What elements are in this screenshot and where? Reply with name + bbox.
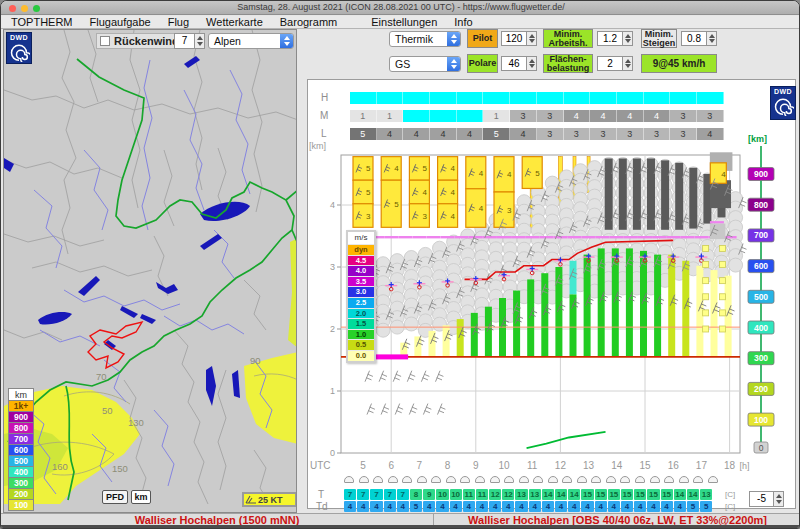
dewpoint-value: 4 <box>608 501 620 512</box>
svg-text:3: 3 <box>422 212 427 221</box>
climb-legend-item: 4.0 <box>348 265 374 276</box>
map-canvas[interactable]: 709050130160150 <box>4 30 296 512</box>
polare-button[interactable]: Polare <box>467 54 498 73</box>
svg-text:400: 400 <box>754 323 768 333</box>
svg-text:4: 4 <box>721 170 726 179</box>
cloud-cover-cell <box>564 92 591 104</box>
select-stepper-icon <box>447 32 460 46</box>
temperature-value: 14 <box>568 489 580 500</box>
menu-item-info[interactable]: Info <box>454 16 472 28</box>
svg-text:200: 200 <box>754 384 768 394</box>
dewpoint-value: 4 <box>555 501 567 512</box>
climb-legend-item: 3.0 <box>348 286 374 297</box>
temperature-value: 15 <box>661 489 673 500</box>
svg-text:4: 4 <box>479 204 484 213</box>
cumulus-icon <box>533 476 543 483</box>
cloud-cover-cell: 4 <box>590 110 617 122</box>
menu-item-barogramm[interactable]: Barogramm <box>280 16 337 28</box>
svg-text:4: 4 <box>451 212 456 221</box>
low-cloud-label: L <box>321 128 327 139</box>
offset-value: -5 <box>749 491 774 507</box>
svg-text:700: 700 <box>754 230 768 240</box>
pilot-speed-spinner[interactable]: 120 <box>501 31 537 46</box>
pfd-button[interactable]: PFD <box>102 490 128 504</box>
cloud-cover-cell: 3 <box>510 110 537 122</box>
gs-select-value: GS <box>390 58 447 70</box>
menu-item-flug[interactable]: Flug <box>168 16 189 28</box>
gs-select[interactable]: GS <box>389 56 461 72</box>
offset-spinner[interactable]: -5 <box>749 491 784 507</box>
cloud-cover-cell <box>350 92 377 104</box>
cloud-cover-cell: 5 <box>350 128 377 140</box>
climb-legend-item: 2.0 <box>348 308 374 319</box>
dewpoint-value: 4 <box>476 501 488 512</box>
temperature-value: 10 <box>450 489 462 500</box>
svg-text:4: 4 <box>394 164 399 173</box>
hours-value: 7 <box>174 33 195 49</box>
dewpoint-value: 4 <box>515 501 527 512</box>
temperature-value: 14 <box>555 489 567 500</box>
svg-text:11: 11 <box>527 460 538 471</box>
map-legend-item: 300 <box>8 478 34 489</box>
polare-spinner[interactable]: 46 <box>501 56 537 71</box>
time-height-plot[interactable]: 4553455434444443543210[km]UTC56789101112… <box>308 140 797 475</box>
menu-item-wetterkarte[interactable]: Wetterkarte <box>206 16 263 28</box>
hours-spinner[interactable]: 7 <box>174 33 205 49</box>
menu-item-einstellungen[interactable]: Einstellungen <box>371 16 437 28</box>
temperature-value: 15 <box>634 489 646 500</box>
svg-text:[km]: [km] <box>309 141 326 151</box>
svg-text:5: 5 <box>394 200 399 209</box>
temperature-value: 10 <box>436 489 448 500</box>
pilot-button[interactable]: Pilot <box>467 29 498 48</box>
svg-text:5: 5 <box>366 164 371 173</box>
svg-text:4: 4 <box>479 169 484 178</box>
cumulus-icon <box>708 476 718 483</box>
svg-text:100: 100 <box>754 415 768 425</box>
cumulus-icon <box>388 476 398 483</box>
mode-select-value: Thermik <box>390 33 447 45</box>
map-legend-item: 700 <box>8 434 34 445</box>
menu-item-toptherm[interactable]: TOPTHERM <box>11 16 73 28</box>
map-legend-item: 900 <box>8 412 34 423</box>
climb-legend-item: 3.5 <box>348 276 374 287</box>
cloud-cover-cell: 1 <box>350 110 377 122</box>
cumulus-icon <box>490 476 500 483</box>
svg-text:[h]: [h] <box>740 461 750 471</box>
dwd-logo-text: DWD <box>7 33 31 42</box>
map-legend-item: 800 <box>8 423 34 434</box>
dewpoint-value: 4 <box>581 501 593 512</box>
km-button[interactable]: km <box>131 490 151 504</box>
map-legend-item: 500 <box>8 456 34 467</box>
region-select-value: Alpen <box>209 35 280 47</box>
mode-select[interactable]: Thermik <box>389 31 461 47</box>
svg-text:5: 5 <box>360 460 366 471</box>
flaechenbelastung-spinner[interactable]: 2 <box>597 56 633 71</box>
svg-text:500: 500 <box>754 292 768 302</box>
svg-text:18: 18 <box>724 460 736 471</box>
menu-item-flugaufgabe[interactable]: Flugaufgabe <box>90 16 151 28</box>
cloud-cover-cell: 4 <box>644 110 671 122</box>
cumulus-icon <box>577 476 587 483</box>
climb-legend-item: 0.5 <box>348 339 374 350</box>
map-legend-item: 400 <box>8 467 34 478</box>
cloud-cover-cell <box>457 110 484 122</box>
rueckenwind-checkbox[interactable] <box>100 36 110 46</box>
svg-text:4: 4 <box>451 188 456 197</box>
min-steigen-spinner[interactable]: 0.8 <box>681 31 717 46</box>
svg-text:3: 3 <box>330 262 335 272</box>
temperature-value: 7 <box>384 489 396 500</box>
map-legend-item: 600 <box>8 445 34 456</box>
dewpoint-value: 4 <box>344 501 356 512</box>
pilot-speed-value: 120 <box>501 31 527 46</box>
dewpoint-value: 4 <box>568 501 580 512</box>
hours-down-icon <box>195 41 204 48</box>
cloud-cover-cell: 4 <box>564 110 591 122</box>
svg-text:50: 50 <box>102 405 113 416</box>
cumulus-icon <box>475 476 485 483</box>
svg-text:UTC: UTC <box>310 460 331 471</box>
temperature-value: 15 <box>647 489 659 500</box>
region-select[interactable]: Alpen <box>208 33 294 49</box>
min-arbeitshoehe-spinner[interactable]: 1.2 <box>597 31 633 46</box>
diagram-panel: Thermik Pilot 120 Minim. Arbeitsh. 1.2 M… <box>300 29 799 513</box>
app-window: Samstag, 28. August 2021 (ICON 28.08.202… <box>0 0 800 529</box>
